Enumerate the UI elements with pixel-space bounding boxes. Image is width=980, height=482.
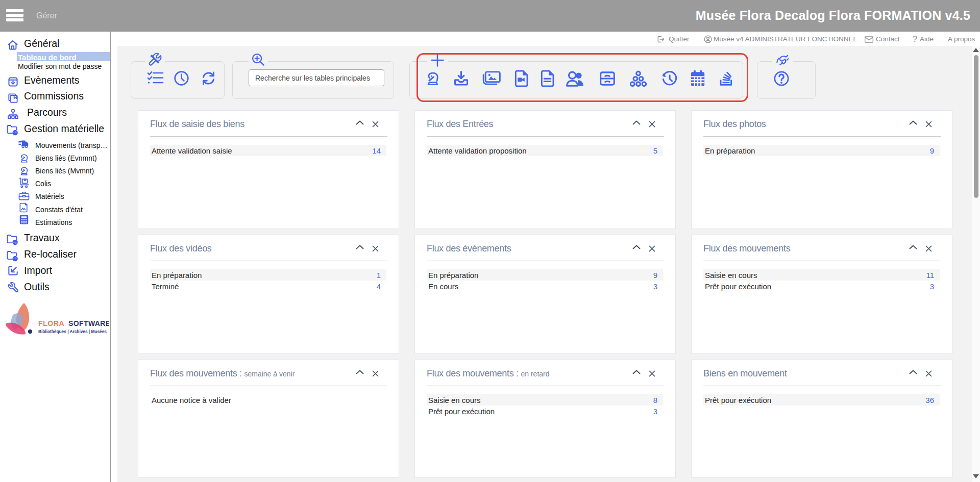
svg-text:Bibliothèques | Archives | Mus: Bibliothèques | Archives | Musées bbox=[38, 329, 107, 334]
svg-text:FLORA: FLORA bbox=[38, 319, 64, 327]
svg-text:SOFTWARE: SOFTWARE bbox=[68, 319, 109, 327]
